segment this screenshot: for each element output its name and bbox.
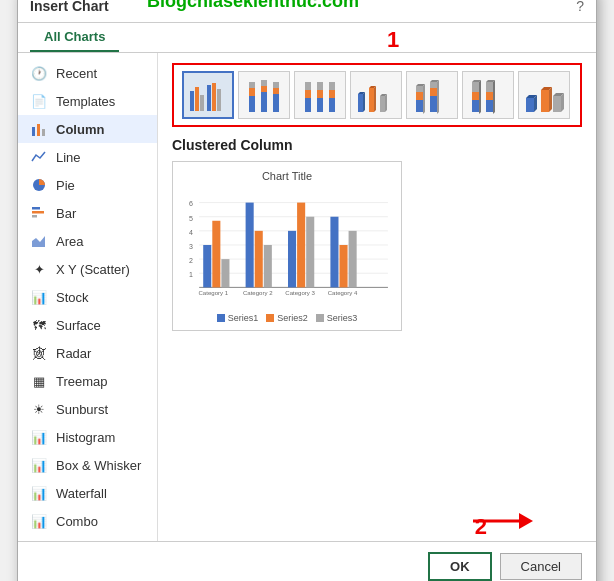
waterfall-icon: 📊 bbox=[30, 484, 48, 502]
svg-marker-60 bbox=[493, 80, 495, 114]
svg-rect-20 bbox=[273, 94, 279, 112]
svg-rect-88 bbox=[264, 245, 272, 287]
sidebar-item-pie[interactable]: Pie bbox=[18, 171, 157, 199]
svg-rect-22 bbox=[273, 82, 279, 88]
sidebar-item-area[interactable]: Area bbox=[18, 227, 157, 255]
dialog-title: Insert Chart bbox=[30, 0, 109, 14]
svg-rect-47 bbox=[430, 88, 437, 96]
svg-rect-91 bbox=[306, 217, 314, 288]
svg-rect-24 bbox=[305, 90, 311, 98]
svg-rect-61 bbox=[526, 98, 534, 112]
svg-rect-17 bbox=[261, 92, 267, 112]
legend-dot-series3 bbox=[316, 314, 324, 322]
svg-rect-18 bbox=[261, 86, 267, 92]
help-button[interactable]: ? bbox=[576, 0, 584, 14]
sidebar-item-combo[interactable]: 📊 Combo bbox=[18, 507, 157, 535]
ok-button[interactable]: OK bbox=[428, 552, 492, 581]
svg-marker-40 bbox=[385, 94, 387, 112]
svg-rect-41 bbox=[416, 100, 423, 112]
sidebar-item-label-bar: Bar bbox=[56, 206, 76, 221]
chart-preview: Chart Title 6 5 4 3 2 1 bbox=[172, 161, 402, 331]
chart-thumb-100-stacked-column[interactable] bbox=[294, 71, 346, 119]
svg-rect-84 bbox=[212, 221, 220, 288]
templates-icon: 📄 bbox=[30, 92, 48, 110]
sidebar-item-surface[interactable]: 🗺 Surface bbox=[18, 311, 157, 339]
svg-text:Category 3: Category 3 bbox=[285, 290, 315, 296]
chart-thumb-3d-100-stacked-column[interactable] bbox=[462, 71, 514, 119]
svg-marker-37 bbox=[374, 86, 376, 112]
svg-marker-50 bbox=[437, 80, 439, 114]
bar-icon bbox=[30, 204, 48, 222]
sidebar-item-label-histogram: Histogram bbox=[56, 430, 115, 445]
chart-thumb-clustered-column[interactable] bbox=[182, 71, 234, 119]
svg-marker-66 bbox=[549, 87, 552, 112]
radar-icon: 🕸 bbox=[30, 344, 48, 362]
stock-icon: 📊 bbox=[30, 288, 48, 306]
sidebar-item-xy-scatter[interactable]: ✦ X Y (Scatter) bbox=[18, 255, 157, 283]
svg-rect-27 bbox=[317, 90, 323, 98]
legend-dot-series1 bbox=[217, 314, 225, 322]
chart-thumb-stacked-column[interactable] bbox=[238, 71, 290, 119]
svg-rect-2 bbox=[42, 129, 45, 136]
chart-thumb-3d-stacked-column[interactable] bbox=[406, 71, 458, 119]
svg-rect-92 bbox=[330, 217, 338, 288]
svg-rect-19 bbox=[261, 80, 267, 86]
chart-preview-svg: 6 5 4 3 2 1 bbox=[181, 186, 393, 306]
sidebar-item-sunburst[interactable]: ☀ Sunburst bbox=[18, 395, 157, 423]
svg-marker-69 bbox=[561, 93, 564, 112]
legend-label-series2: Series2 bbox=[277, 313, 308, 323]
svg-text:2: 2 bbox=[189, 257, 193, 264]
chart-thumb-3d-clustered-column[interactable] bbox=[350, 71, 402, 119]
legend-label-series1: Series1 bbox=[228, 313, 259, 323]
svg-rect-56 bbox=[486, 100, 493, 112]
svg-rect-13 bbox=[217, 89, 221, 111]
svg-rect-43 bbox=[416, 86, 423, 92]
svg-rect-12 bbox=[212, 83, 216, 111]
svg-text:1: 1 bbox=[189, 271, 193, 278]
sidebar-item-templates[interactable]: 📄 Templates bbox=[18, 87, 157, 115]
tab-all-charts[interactable]: All Charts bbox=[30, 23, 119, 52]
sidebar-item-stock[interactable]: 📊 Stock bbox=[18, 283, 157, 311]
sidebar-item-waterfall[interactable]: 📊 Waterfall bbox=[18, 479, 157, 507]
insert-chart-dialog: Insert Chart ? All Charts 🕐 Recent 📄 Tem… bbox=[17, 0, 597, 581]
tabs-bar: All Charts bbox=[18, 23, 596, 53]
sidebar-item-radar[interactable]: 🕸 Radar bbox=[18, 339, 157, 367]
chart-type-row bbox=[172, 63, 582, 127]
sidebar-item-line[interactable]: Line bbox=[18, 143, 157, 171]
svg-text:5: 5 bbox=[189, 215, 193, 222]
sidebar-item-box-whisker[interactable]: 📊 Box & Whisker bbox=[18, 451, 157, 479]
legend-series1: Series1 bbox=[217, 313, 259, 323]
svg-rect-5 bbox=[32, 211, 44, 214]
sidebar-item-bar[interactable]: Bar bbox=[18, 199, 157, 227]
svg-rect-1 bbox=[37, 124, 40, 136]
surface-icon: 🗺 bbox=[30, 316, 48, 334]
sidebar-item-label-area: Area bbox=[56, 234, 83, 249]
sidebar-item-label-combo: Combo bbox=[56, 514, 98, 529]
svg-rect-58 bbox=[486, 82, 493, 92]
chart-legend: Series1 Series2 Series3 bbox=[181, 313, 393, 323]
legend-series2: Series2 bbox=[266, 313, 308, 323]
svg-rect-21 bbox=[273, 88, 279, 94]
svg-rect-35 bbox=[369, 88, 374, 112]
sidebar-item-column[interactable]: Column bbox=[18, 115, 157, 143]
svg-rect-28 bbox=[317, 82, 323, 90]
svg-marker-63 bbox=[534, 95, 537, 112]
sidebar-item-recent[interactable]: 🕐 Recent bbox=[18, 59, 157, 87]
svg-text:4: 4 bbox=[189, 229, 193, 236]
sidebar-item-label-xy-scatter: X Y (Scatter) bbox=[56, 262, 130, 277]
sidebar-item-treemap[interactable]: ▦ Treemap bbox=[18, 367, 157, 395]
chart-preview-title: Chart Title bbox=[181, 170, 393, 182]
legend-series3: Series3 bbox=[316, 313, 358, 323]
main-panel: Clustered Column Chart Title 6 5 4 3 2 1 bbox=[158, 53, 596, 541]
xy-scatter-icon: ✦ bbox=[30, 260, 48, 278]
sidebar-item-histogram[interactable]: 📊 Histogram bbox=[18, 423, 157, 451]
cancel-button[interactable]: Cancel bbox=[500, 553, 582, 580]
legend-dot-series2 bbox=[266, 314, 274, 322]
chart-thumb-3d-column[interactable] bbox=[518, 71, 570, 119]
svg-rect-46 bbox=[430, 96, 437, 112]
svg-rect-29 bbox=[329, 98, 335, 112]
sidebar-item-label-stock: Stock bbox=[56, 290, 89, 305]
svg-rect-42 bbox=[416, 92, 423, 100]
svg-rect-85 bbox=[221, 259, 229, 287]
area-icon bbox=[30, 232, 48, 250]
